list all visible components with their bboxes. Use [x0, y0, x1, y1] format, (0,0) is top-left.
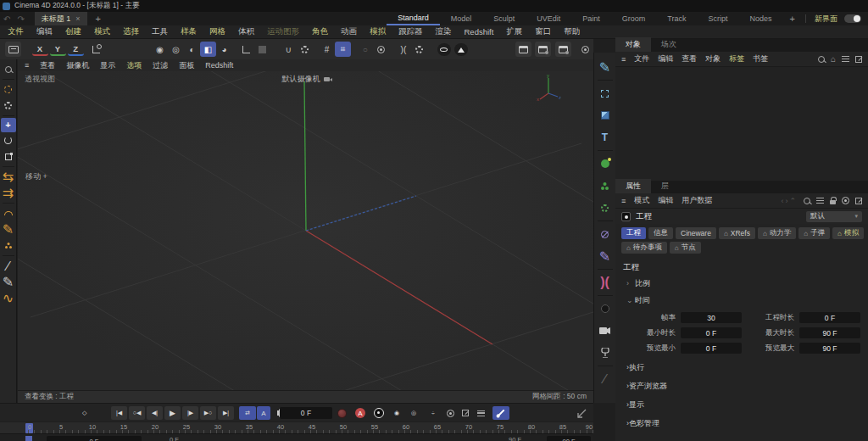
prev-frame-button[interactable]: ◀|: [147, 406, 163, 420]
menu-animate[interactable]: 动画: [341, 26, 357, 37]
brush-tool-icon[interactable]: ∕: [0, 258, 17, 274]
om-burger-icon[interactable]: ≡: [621, 55, 626, 64]
go-to-start-button[interactable]: |◀: [111, 406, 127, 420]
workplane-icon[interactable]: [88, 42, 104, 57]
om-menu-tags[interactable]: 标签: [729, 53, 744, 64]
loop-mode-icon[interactable]: ⇄: [239, 406, 256, 420]
key-box-icon[interactable]: [462, 406, 469, 420]
attr-tab-cineware[interactable]: Cineware: [676, 227, 716, 239]
camera-label[interactable]: 默认摄像机: [18, 74, 593, 85]
target-circle-icon[interactable]: [373, 42, 389, 57]
menu-mesh[interactable]: 网格: [209, 26, 225, 37]
group-time[interactable]: ⌄时间: [626, 295, 860, 306]
primitive-cube-icon[interactable]: [595, 104, 615, 126]
tweak-tool-icon[interactable]: [0, 98, 17, 114]
grid-snap-icon[interactable]: #: [319, 42, 335, 57]
mirror-gear-icon[interactable]: [411, 42, 427, 57]
pen-tool-icon[interactable]: ✎: [0, 274, 17, 290]
om-menu-objects[interactable]: 对象: [705, 53, 721, 64]
key-target-icon[interactable]: [447, 406, 454, 420]
preview-min-field[interactable]: 0 F: [681, 343, 742, 354]
deformer-icon[interactable]: [595, 197, 615, 219]
layout-tab-standard[interactable]: Standard: [387, 12, 440, 25]
attr-tab-xrefs[interactable]: ⌂XRefs: [719, 227, 755, 239]
key-crosshair-icon[interactable]: ÷: [431, 406, 435, 420]
preset-dropdown[interactable]: 默认 ▾: [806, 211, 862, 222]
layout-tab-nodes[interactable]: Nodes: [739, 12, 783, 25]
record-position-icon[interactable]: [337, 406, 347, 420]
menu-redshift[interactable]: Redshift: [465, 27, 494, 36]
menu-tools[interactable]: 工具: [152, 26, 168, 37]
autokey-frame-icon[interactable]: A: [257, 406, 270, 420]
next-key-button[interactable]: ▶○: [200, 406, 216, 420]
layout-tab-groom[interactable]: Groom: [611, 12, 657, 25]
vp-menu-filter[interactable]: 过滤: [153, 60, 168, 71]
record-button[interactable]: [374, 406, 384, 420]
layout-tab-paint[interactable]: Paint: [571, 12, 611, 25]
arrange-tool-icon[interactable]: ⇉: [0, 185, 17, 201]
tab-objects[interactable]: 对象: [615, 37, 651, 52]
keyframe-selection-icon[interactable]: [492, 406, 509, 420]
menu-simulate[interactable]: 模拟: [370, 26, 386, 37]
undo-icon[interactable]: ↶: [0, 14, 14, 24]
vp-menu-cameras[interactable]: 摄像机: [66, 60, 89, 71]
group-asset-browser[interactable]: ›资产浏览器: [626, 381, 860, 392]
vp-menu-options[interactable]: 选项: [126, 60, 142, 71]
keyframe-diamond-icon[interactable]: ◇: [82, 406, 86, 420]
vp-menu-view[interactable]: 查看: [40, 60, 55, 71]
field-icon[interactable]: [595, 223, 615, 245]
menu-character[interactable]: 角色: [312, 26, 328, 37]
am-filter-icon[interactable]: [816, 198, 824, 204]
menu-mode[interactable]: 模式: [94, 26, 110, 37]
magnet-snap-icon[interactable]: ∪: [281, 42, 297, 57]
timeline-resize-icon[interactable]: [577, 406, 587, 420]
max-time-field[interactable]: 90 F: [799, 327, 860, 338]
add-layout-button[interactable]: +: [783, 14, 802, 24]
filter-icon[interactable]: [842, 56, 849, 62]
next-frame-button[interactable]: |▶: [182, 406, 198, 420]
sketch-tool-icon[interactable]: ∿: [0, 290, 17, 306]
dim-circle-icon[interactable]: ○: [357, 42, 373, 57]
prev-key-button[interactable]: ○◀: [129, 406, 145, 420]
play-button[interactable]: ▶: [164, 406, 181, 420]
om-menu-bookmarks[interactable]: 书签: [753, 53, 768, 64]
focus-icon[interactable]: [842, 197, 849, 204]
layout-tab-script[interactable]: Script: [698, 12, 739, 25]
rotate-tool-icon[interactable]: [0, 132, 17, 148]
am-menu-userdata[interactable]: 用户数据: [682, 195, 712, 206]
go-to-end-button[interactable]: ▶|: [218, 406, 234, 420]
scale-tool-icon[interactable]: [0, 148, 17, 165]
close-tab-icon[interactable]: ×: [75, 14, 80, 23]
project-length-field[interactable]: 0 F: [799, 312, 860, 323]
attr-tab-nodes[interactable]: ⌂节点: [670, 242, 701, 254]
lock-x-axis-button[interactable]: X: [32, 42, 48, 56]
menu-tracker[interactable]: 跟踪器: [398, 26, 423, 37]
menu-help[interactable]: 帮助: [564, 26, 580, 37]
simulate-off-capsule-icon[interactable]: [437, 43, 451, 56]
asset-browser-icon[interactable]: [5, 42, 21, 57]
layout-tab-uvedit[interactable]: UVEdit: [526, 12, 571, 25]
camera-object-icon[interactable]: [595, 320, 615, 342]
attr-tab-simulation[interactable]: ⌂模拟: [832, 227, 864, 239]
timeline-ruler[interactable]: 0 5 10 15 20 25 30 35 40 45 50 55 60 65 …: [0, 421, 593, 433]
workplane-square-icon[interactable]: [254, 42, 270, 57]
om-menu-file[interactable]: 文件: [634, 53, 649, 64]
group-display[interactable]: ›显示: [626, 399, 860, 410]
menu-render[interactable]: 渲染: [436, 26, 452, 37]
keyframe-ring-icon[interactable]: ◎: [411, 406, 416, 420]
render-view-button[interactable]: [515, 42, 531, 57]
move-tool-icon[interactable]: +: [1, 118, 16, 132]
min-time-field[interactable]: 0 F: [681, 327, 742, 338]
attr-tab-todo[interactable]: ⌂待办事项: [621, 242, 667, 254]
tab-attributes[interactable]: 属性: [615, 179, 651, 193]
fps-field[interactable]: 30: [681, 312, 742, 323]
menu-edit[interactable]: 编辑: [36, 26, 53, 37]
menu-file[interactable]: 文件: [8, 26, 24, 37]
zoom-tool-icon[interactable]: [0, 61, 17, 77]
history-arrows-icon[interactable]: ‹›⌃: [781, 197, 798, 205]
group-scale[interactable]: ›比例: [626, 278, 860, 289]
new-document-button[interactable]: +: [87, 14, 109, 24]
redo-icon[interactable]: ↷: [14, 14, 27, 24]
shading-active-icon[interactable]: ◧: [200, 42, 216, 57]
object-list[interactable]: [615, 67, 868, 181]
